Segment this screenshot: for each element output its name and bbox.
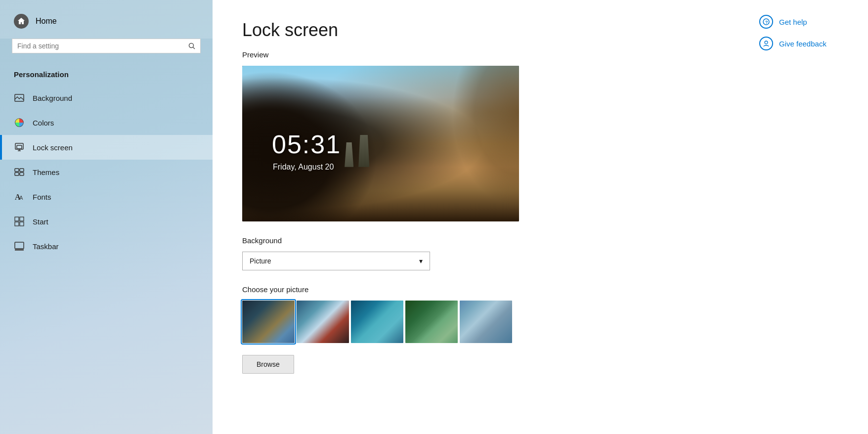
get-help-link[interactable]: ? Get help (759, 15, 858, 29)
taskbar-icon (14, 241, 25, 252)
svg-rect-10 (15, 173, 19, 175)
chevron-down-icon: ▾ (419, 257, 423, 265)
preview-date: Friday, August 20 (273, 163, 334, 172)
fonts-icon: A A (14, 191, 25, 202)
svg-rect-15 (20, 217, 24, 221)
sidebar-item-start[interactable]: Start (0, 209, 213, 234)
sidebar-item-fonts[interactable]: A A Fonts (0, 184, 213, 209)
svg-rect-11 (20, 173, 24, 175)
start-icon (14, 216, 25, 227)
colors-label: Colors (33, 119, 54, 127)
home-icon (14, 14, 29, 29)
lock-screen-label: Lock screen (33, 143, 73, 152)
background-icon (14, 92, 25, 103)
get-help-label: Get help (779, 18, 807, 26)
lock-screen-icon (14, 142, 25, 153)
thumbnail-2[interactable] (297, 301, 349, 343)
page-title: Lock screen (242, 20, 720, 41)
sidebar-item-colors[interactable]: Colors (0, 110, 213, 135)
sidebar-item-lock-screen[interactable]: Lock screen (0, 135, 213, 160)
search-input[interactable] (17, 42, 184, 50)
svg-rect-8 (15, 169, 19, 172)
svg-point-22 (765, 41, 768, 44)
give-feedback-link[interactable]: Give feedback (759, 37, 858, 50)
sidebar-item-taskbar[interactable]: Taskbar (0, 234, 213, 259)
svg-rect-9 (20, 169, 24, 172)
picture-thumbnails (242, 301, 720, 343)
background-dropdown-value: Picture (250, 257, 271, 265)
themes-label: Themes (33, 168, 59, 176)
start-label: Start (33, 217, 48, 226)
svg-rect-19 (15, 249, 24, 251)
svg-rect-17 (20, 222, 24, 226)
background-label: Background (242, 236, 720, 245)
sidebar: Home Personalization Background Colors (0, 0, 213, 434)
sidebar-item-themes[interactable]: Themes (0, 160, 213, 184)
thumbnail-5[interactable] (460, 301, 512, 343)
main-content: Lock screen Preview 05:31 Friday, August… (213, 0, 749, 434)
svg-text:?: ? (765, 20, 768, 25)
thumbnail-1[interactable] (242, 301, 295, 343)
home-label: Home (36, 17, 57, 26)
svg-rect-18 (15, 242, 24, 249)
themes-icon (14, 167, 25, 177)
thumbnail-3[interactable] (351, 301, 403, 343)
browse-button[interactable]: Browse (242, 355, 294, 374)
preview-time: 05:31 (272, 130, 341, 159)
help-panel: ? Get help Give feedback (749, 0, 868, 434)
svg-point-0 (189, 43, 194, 48)
rock-pillar-2 (358, 135, 369, 167)
preview-label: Preview (242, 50, 720, 59)
taskbar-label: Taskbar (33, 242, 59, 251)
thumbnail-4[interactable] (405, 301, 458, 343)
svg-text:A: A (19, 195, 23, 201)
background-label: Background (33, 94, 72, 102)
search-icon (188, 43, 195, 49)
svg-rect-5 (17, 145, 22, 149)
home-button[interactable]: Home (0, 0, 213, 39)
svg-line-1 (193, 47, 195, 49)
sidebar-item-background[interactable]: Background (0, 86, 213, 110)
lock-screen-preview: 05:31 Friday, August 20 (242, 66, 519, 221)
give-feedback-icon (759, 37, 773, 50)
background-dropdown[interactable]: Picture ▾ (242, 252, 430, 270)
fonts-label: Fonts (33, 193, 51, 201)
personalization-title: Personalization (0, 65, 213, 86)
choose-picture-label: Choose your picture (242, 285, 720, 294)
get-help-icon: ? (759, 15, 773, 29)
search-box[interactable] (12, 39, 201, 53)
svg-rect-14 (15, 217, 19, 221)
svg-rect-16 (15, 222, 19, 226)
give-feedback-label: Give feedback (779, 40, 826, 48)
colors-icon (14, 117, 25, 128)
